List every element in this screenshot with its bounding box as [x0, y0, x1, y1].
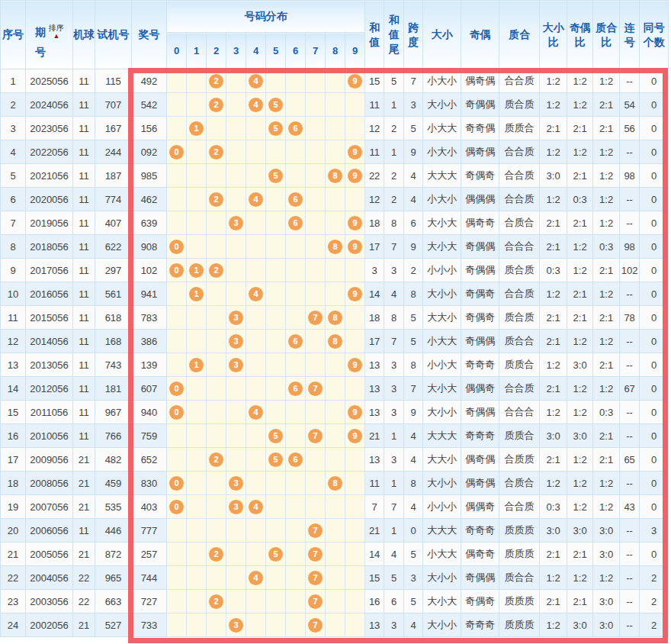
col-header-parity-ratio: 奇偶比	[567, 1, 593, 69]
digit-cell-7: 7	[306, 543, 326, 566]
same-count-cell: 2	[640, 590, 669, 613]
parity-cell: 奇奇奇	[461, 424, 499, 448]
sort-label[interactable]: 排序	[49, 24, 64, 32]
table-row: 162010056117667595792114大大大奇奇奇质质合3:03:02…	[1, 424, 669, 448]
number-ball: 0	[169, 382, 184, 396]
consecutive-cell: 78	[620, 306, 640, 330]
prize-number-cell: 733	[132, 613, 167, 637]
digit-cell-6	[286, 613, 306, 637]
number-ball: 6	[288, 334, 303, 349]
digit-cell-4	[246, 377, 266, 401]
issue-cell: 2014056	[26, 330, 73, 353]
digit-cell-7: 7	[306, 377, 326, 401]
test-number-cell: 622	[95, 235, 132, 259]
digit-cell-5: 5	[266, 424, 286, 448]
digit-cell-0: 0	[167, 495, 187, 519]
consecutive-cell: --	[620, 424, 640, 448]
test-number-cell: 663	[95, 590, 132, 613]
number-ball: 9	[348, 358, 362, 372]
digit-cell-8	[326, 117, 345, 140]
consecutive-cell: --	[620, 472, 640, 495]
same-count-cell: 0	[640, 117, 669, 140]
table-header: 序号 期号 排序 ▲ 机球 试机号 奖号 号码分布 和值 和值尾 跨度	[1, 1, 669, 69]
issue-cell: 2018056	[26, 235, 73, 259]
parity-ratio-cell: 2:1	[567, 282, 593, 306]
issue-cell: 2005056	[26, 543, 73, 566]
parity-cell: 偶偶奇	[461, 377, 499, 401]
sum-cell: 13	[365, 353, 384, 377]
number-ball: 7	[308, 523, 323, 538]
size-ratio-cell: 1:2	[540, 93, 567, 117]
span-cell: 4	[404, 424, 423, 448]
seq-cell: 20	[1, 519, 26, 543]
table-row: 32023056111671561561225小大大奇奇偶质质合2:12:12:…	[1, 117, 669, 140]
digit-cell-4: 4	[246, 93, 266, 117]
digit-cell-1: 1	[187, 282, 207, 306]
parity-cell: 奇奇偶	[461, 117, 499, 140]
digit-cell-0	[167, 69, 187, 93]
issue-cell: 2012056	[26, 377, 73, 401]
parity-ratio-cell: 1:2	[567, 259, 593, 282]
prime-cell: 质质质	[499, 519, 540, 543]
sort-asc-icon[interactable]: ▲	[53, 32, 60, 40]
seq-cell: 14	[1, 377, 26, 401]
consecutive-cell: --	[620, 519, 640, 543]
parity-cell: 奇奇奇	[461, 613, 499, 637]
sum-cell: 15	[365, 69, 384, 93]
sum-tail-cell: 1	[384, 519, 404, 543]
prize-number-cell: 940	[132, 401, 167, 424]
digit-cell-0: 0	[167, 377, 187, 401]
digit-cell-1	[187, 424, 207, 448]
col-header-seq: 序号	[1, 1, 26, 69]
size-ratio-cell: 2:1	[540, 448, 567, 472]
issue-cell: 2002056	[26, 613, 73, 637]
size-cell: 大小小	[423, 93, 461, 117]
digit-cell-0: 0	[167, 472, 187, 495]
digit-cell-9: 9	[345, 353, 365, 377]
sum-tail-cell: 8	[384, 306, 404, 330]
digit-cell-7	[306, 117, 326, 140]
prime-cell: 质质质	[499, 590, 540, 613]
digit-cell-6	[286, 69, 306, 93]
digit-cell-2: 2	[207, 259, 226, 282]
digit-cell-8	[326, 424, 345, 448]
test-number-cell: 743	[95, 353, 132, 377]
digit-cell-9: 9	[345, 401, 365, 424]
digit-cell-3	[226, 117, 246, 140]
col-header-issue-label: 期号	[34, 22, 47, 62]
digit-cell-3: 3	[226, 613, 246, 637]
digit-cell-8	[326, 93, 345, 117]
machine-ball-cell: 11	[73, 117, 95, 140]
sum-tail-cell: 2	[384, 188, 404, 211]
span-cell: 5	[404, 306, 423, 330]
size-cell: 小小小	[423, 259, 461, 282]
machine-ball-cell: 11	[73, 259, 95, 282]
prime-cell: 质质合	[499, 424, 540, 448]
table-row: 132013056117431391391338小小大奇奇奇质质合1:23:02…	[1, 353, 669, 377]
sort-control[interactable]: 排序 ▲	[49, 24, 64, 40]
digit-header-8: 8	[326, 33, 345, 69]
issue-cell: 2013056	[26, 353, 73, 377]
same-count-cell: 0	[640, 424, 669, 448]
digit-cell-3	[226, 519, 246, 543]
machine-ball-cell: 21	[73, 613, 95, 637]
span-cell: 7	[404, 69, 423, 93]
span-cell: 4	[404, 164, 423, 188]
machine-ball-cell: 11	[73, 282, 95, 306]
digit-cell-8	[326, 211, 345, 235]
table-row: 212005056218722572571445小大大偶奇奇质质质2:12:13…	[1, 543, 669, 566]
col-header-machine: 机球	[73, 1, 95, 69]
digit-cell-8	[326, 543, 345, 566]
sum-tail-cell: 3	[384, 353, 404, 377]
number-ball: 5	[268, 98, 283, 112]
size-cell: 大大小	[423, 448, 461, 472]
digit-cell-5	[266, 401, 286, 424]
digit-cell-0	[167, 424, 187, 448]
digit-cell-2	[207, 235, 226, 259]
prime-ratio-cell: 3:0	[593, 519, 620, 543]
digit-cell-8	[326, 401, 345, 424]
number-ball: 7	[308, 429, 323, 443]
digit-cell-5	[266, 519, 286, 543]
parity-cell: 奇偶偶	[461, 93, 499, 117]
table-row: 82018056116229080891779大小大奇偶偶合合合2:11:20:…	[1, 235, 669, 259]
